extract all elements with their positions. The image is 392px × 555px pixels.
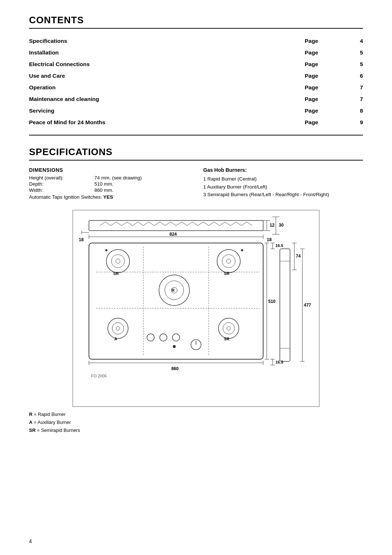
toc-page-num-0: 4 xyxy=(318,35,363,47)
svg-point-27 xyxy=(222,255,235,268)
gas-item-0: 1 Rapid Burner (Central) xyxy=(203,175,363,183)
toc-page-num-1: 5 xyxy=(318,47,363,58)
toc-row: Servicing Page 8 xyxy=(29,105,363,117)
toc-label-2: Electrical Connections xyxy=(29,58,263,70)
dim-row-0: Height (overall):74 mm. (see drawing) xyxy=(29,175,189,181)
legend-sr: SR = Semirapid Burners xyxy=(29,426,363,434)
ignition-note: Automatic Taps Ignition Switches: YES xyxy=(29,194,189,200)
toc-page-word-5: Page xyxy=(263,93,318,105)
svg-text:18: 18 xyxy=(267,237,272,242)
svg-point-28 xyxy=(226,259,231,263)
dim-key-2: Width: xyxy=(29,187,94,193)
svg-point-26 xyxy=(217,250,240,273)
svg-rect-56 xyxy=(280,249,290,361)
page-number: 4 xyxy=(29,538,32,544)
svg-text:SR: SR xyxy=(224,271,229,276)
dim-val-2: 860 mm. xyxy=(94,187,114,193)
contents-title: CONTENTS xyxy=(29,15,363,26)
svg-point-23 xyxy=(111,255,124,268)
svg-point-76 xyxy=(241,249,243,251)
svg-text:SR: SR xyxy=(113,271,119,276)
svg-text:18: 18 xyxy=(79,237,84,242)
specs-section: SPECIFICATIONS DIMENSIONS Height (overal… xyxy=(29,146,363,434)
svg-text:860: 860 xyxy=(171,366,179,371)
gas-item-1: 1 Auxiliary Burner (Front/Left) xyxy=(203,183,363,191)
specs-columns: DIMENSIONS Height (overall):74 mm. (see … xyxy=(29,167,363,200)
svg-point-42 xyxy=(147,334,154,341)
svg-point-35 xyxy=(112,323,124,334)
svg-point-22 xyxy=(106,250,130,273)
dimensions-title: DIMENSIONS xyxy=(29,167,189,173)
svg-point-34 xyxy=(108,318,128,339)
svg-text:30: 30 xyxy=(279,223,284,228)
toc-row: Operation Page 7 xyxy=(29,82,363,93)
svg-point-45 xyxy=(173,345,176,348)
dim-key-0: Height (overall): xyxy=(29,175,94,181)
toc-label-1: Installation xyxy=(29,47,263,58)
dim-val-1: 510 mm. xyxy=(94,181,114,187)
specs-top-divider xyxy=(29,135,363,135)
svg-text:A: A xyxy=(114,337,117,341)
svg-point-75 xyxy=(105,249,107,251)
toc-page-num-2: 5 xyxy=(318,58,363,70)
toc-row: Maintenance and cleaning Page 7 xyxy=(29,93,363,105)
toc-label-7: Peace of Mind for 24 Months xyxy=(29,117,263,128)
svg-text:477: 477 xyxy=(304,303,311,308)
specs-title: SPECIFICATIONS xyxy=(29,146,363,158)
svg-text:824: 824 xyxy=(170,232,177,237)
svg-text:12: 12 xyxy=(270,223,275,228)
svg-rect-17 xyxy=(89,243,263,359)
svg-text:16.5: 16.5 xyxy=(275,360,283,364)
toc-label-6: Servicing xyxy=(29,105,263,117)
toc-page-word-2: Page xyxy=(263,58,318,70)
specs-divider xyxy=(29,160,363,161)
toc-row: Electrical Connections Page 5 xyxy=(29,58,363,70)
dim-row-2: Width:860 mm. xyxy=(29,187,189,193)
toc-page-word-0: Page xyxy=(263,35,318,47)
legend-a: A = Auxiliary Burner xyxy=(29,418,363,426)
toc-row: Use and Care Page 6 xyxy=(29,70,363,82)
svg-point-40 xyxy=(227,327,230,330)
gas-item-2: 3 Semirapid Burners (Rear/Left - Rear/Ri… xyxy=(203,191,363,199)
svg-text:16.5: 16.5 xyxy=(275,243,283,248)
toc-table: Specifications Page 4 Installation Page … xyxy=(29,35,363,128)
specs-dimensions-col: DIMENSIONS Height (overall):74 mm. (see … xyxy=(29,167,189,200)
legend-r: R = Rapid Burner xyxy=(29,410,363,418)
svg-point-24 xyxy=(116,259,120,263)
toc-row: Installation Page 5 xyxy=(29,47,363,58)
gas-hob-title: Gas Hob Burners: xyxy=(203,167,363,173)
svg-point-39 xyxy=(223,323,234,334)
dim-key-1: Depth: xyxy=(29,181,94,187)
svg-text:510: 510 xyxy=(268,299,275,304)
toc-label-0: Specifications xyxy=(29,35,263,47)
svg-point-44 xyxy=(172,334,180,341)
toc-page-num-3: 6 xyxy=(318,70,363,82)
toc-label-5: Maintenance and cleaning xyxy=(29,93,263,105)
legend: R = Rapid Burner A = Auxiliary Burner SR… xyxy=(29,410,363,434)
toc-page-word-3: Page xyxy=(263,70,318,82)
toc-row: Peace of Mind for 24 Months Page 9 xyxy=(29,117,363,128)
toc-page-num-4: 7 xyxy=(318,82,363,93)
toc-page-num-7: 9 xyxy=(318,117,363,128)
svg-text:R: R xyxy=(172,288,175,292)
dim-val-0: 74 mm. (see drawing) xyxy=(94,175,142,181)
svg-text:SR: SR xyxy=(224,337,229,341)
dim-row-1: Depth:510 mm. xyxy=(29,181,189,187)
svg-point-36 xyxy=(116,327,120,330)
fo-label: FO 2006 xyxy=(91,374,107,378)
toc-page-word-7: Page xyxy=(263,117,318,128)
diagram-container: 12 30 18 824 18 xyxy=(73,210,319,407)
toc-page-word-6: Page xyxy=(263,105,318,117)
toc-page-word-4: Page xyxy=(263,82,318,93)
svg-point-43 xyxy=(160,334,167,341)
svg-text:74: 74 xyxy=(296,254,301,259)
contents-divider xyxy=(29,28,363,29)
svg-point-38 xyxy=(219,318,239,339)
toc-page-num-6: 8 xyxy=(318,105,363,117)
toc-page-word-1: Page xyxy=(263,47,318,58)
hob-diagram: 12 30 18 824 18 xyxy=(78,214,314,403)
toc-row: Specifications Page 4 xyxy=(29,35,363,47)
toc-page-num-5: 7 xyxy=(318,93,363,105)
toc-label-4: Operation xyxy=(29,82,263,93)
toc-label-3: Use and Care xyxy=(29,70,263,82)
